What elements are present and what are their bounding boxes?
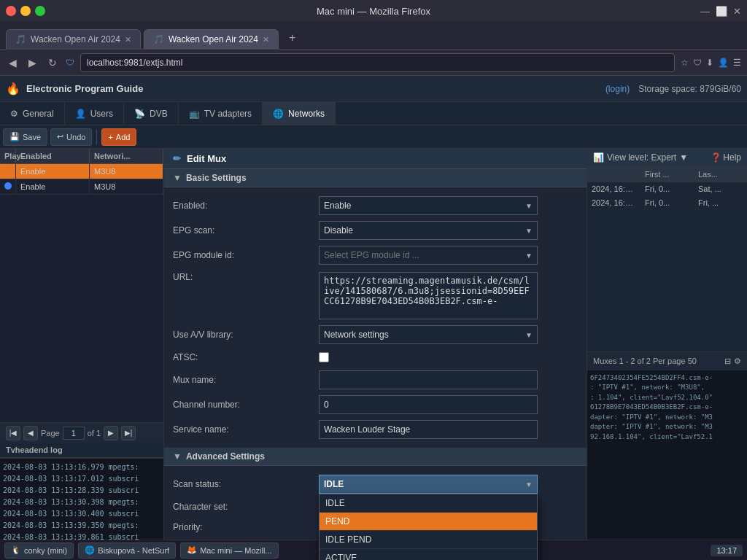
mux-row-2[interactable]: Enable M3U8	[0, 179, 163, 195]
mux-row-1[interactable]: Enable M3U8	[0, 164, 163, 179]
bookmark-icon[interactable]: ☆	[681, 58, 689, 68]
users-icon: 👤	[75, 109, 86, 119]
channel-number-control	[319, 395, 578, 414]
netsurf-label: Biskupová - NetSurf	[98, 546, 169, 555]
tv-icon: 📺	[189, 109, 200, 119]
service-name-row: Service name:	[164, 417, 587, 442]
forward-button[interactable]: ▶	[26, 55, 39, 70]
edit-icon: ✏	[173, 153, 181, 164]
nav-tab-networks[interactable]: 🌐 Networks	[263, 102, 336, 125]
av-library-row: Use A/V library: Network settings ▼	[164, 322, 587, 347]
netsurf-icon: 🌐	[85, 545, 95, 555]
title-bar: Mac mini — Mozilla Firefox — ⬜ ✕	[0, 0, 747, 22]
menu-icon[interactable]: ☰	[733, 58, 741, 68]
enabled-value: Enable	[324, 201, 351, 211]
dropdown-item-pend[interactable]: PEND	[320, 513, 537, 531]
dropdown-item-idle-pend[interactable]: IDLE PEND	[320, 531, 537, 549]
right-panel: 📊 View level: Expert ▼ ❓ Help First ... …	[587, 149, 747, 560]
taskbar-item-conky[interactable]: 🐧 conky (mini)	[4, 542, 74, 559]
nav-tab-tv-label: TV adapters	[204, 109, 252, 119]
download-icon[interactable]: ⬇	[706, 58, 713, 68]
tab-2-close[interactable]: ✕	[263, 35, 269, 44]
mux-name-input[interactable]	[319, 370, 538, 389]
dropdown-item-active[interactable]: ACTIVE	[320, 549, 537, 560]
enabled-arrow: ▼	[525, 202, 533, 210]
nav-tab-general[interactable]: ⚙ General	[0, 102, 65, 125]
event-2-first: Fri, 0...	[640, 196, 694, 209]
login-link[interactable]: (login)	[605, 84, 630, 94]
scan-status-select[interactable]: IDLE ▼	[319, 475, 538, 494]
address-bar: ◀ ▶ ↻ 🛡 ☆ 🛡 ⬇ 👤 ☰	[0, 50, 747, 76]
app-logo: 🔥	[6, 82, 20, 96]
enabled-select[interactable]: Enable ▼	[319, 196, 538, 215]
right-log-2: : "IPTV #1", network: "M3U8",	[590, 383, 744, 393]
event-row-2[interactable]: 2024, 16:28:29 Fri, 0... Fri, ...	[587, 196, 747, 210]
scan-status-arrow: ▼	[525, 481, 533, 489]
settings-icon[interactable]: ⚙	[734, 357, 741, 366]
first-page-button[interactable]: |◀	[6, 426, 20, 440]
advanced-settings-header[interactable]: ▼ Advanced Settings	[164, 448, 587, 466]
restore-icon[interactable]: ⬜	[716, 6, 727, 17]
av-library-select[interactable]: Network settings ▼	[319, 325, 538, 344]
basic-settings-header[interactable]: ▼ Basic Settings	[164, 169, 587, 187]
maximize-button[interactable]	[35, 6, 45, 16]
undo-button[interactable]: ↩ Undo	[50, 128, 92, 146]
minimize-button[interactable]	[20, 6, 31, 16]
dropdown-item-idle[interactable]: IDLE	[320, 494, 537, 513]
service-name-label: Service name:	[173, 424, 319, 435]
right-log-7: 92.168.1.104", client="Lavf52.1	[590, 432, 744, 443]
close-icon[interactable]: ✕	[733, 6, 741, 17]
mux-name-label: Mux name:	[173, 375, 319, 385]
col-first[interactable]: First ...	[640, 167, 694, 182]
taskbar-item-firefox[interactable]: 🦊 Mac mini — Mozill...	[180, 542, 278, 559]
url-input[interactable]: https://streaming.magentamusik.de/csm/li…	[319, 272, 538, 319]
collapse-all-icon[interactable]: ⊟	[724, 357, 731, 366]
nav-tab-dvb[interactable]: 📡 DVB	[124, 102, 179, 125]
epg-module-select[interactable]: Select EPG module id ... ▼	[319, 246, 538, 265]
scan-status-label: Scan status:	[173, 479, 319, 489]
last-page-button[interactable]: ▶|	[121, 426, 136, 440]
col-date[interactable]	[587, 167, 640, 182]
col-last[interactable]: Las...	[694, 167, 747, 182]
epg-scan-arrow: ▼	[525, 227, 533, 235]
event-2-last: Fri, ...	[694, 196, 747, 209]
reload-button[interactable]: ↻	[45, 55, 60, 70]
nav-tab-general-label: General	[23, 109, 54, 119]
window-title: Mac mini — Mozilla Firefox	[317, 6, 430, 17]
gear-icon: ⚙	[10, 109, 18, 119]
add-button[interactable]: + Add	[101, 128, 136, 146]
shield2-icon[interactable]: 🛡	[693, 58, 702, 68]
close-button[interactable]	[6, 6, 16, 16]
epg-scan-control: Disable ▼	[319, 221, 578, 240]
atsc-checkbox[interactable]	[319, 352, 329, 362]
url-input[interactable]	[80, 53, 675, 72]
channel-number-input[interactable]	[319, 395, 538, 414]
view-level-selector[interactable]: 📊 View level: Expert ▼	[593, 152, 688, 163]
edit-header: ✏ Edit Mux	[164, 149, 587, 169]
epg-scan-select[interactable]: Disable ▼	[319, 221, 538, 240]
new-tab-button[interactable]: +	[282, 27, 303, 49]
next-page-button[interactable]: ▶	[104, 426, 118, 440]
taskbar-item-netsurf[interactable]: 🌐 Biskupová - NetSurf	[78, 542, 176, 559]
add-icon: +	[108, 133, 112, 141]
tab-1-close[interactable]: ✕	[125, 35, 131, 44]
scan-status-row: Scan status: IDLE ▼ IDLE PEND IDLE PEND …	[164, 472, 587, 497]
minimize-icon[interactable]: —	[700, 6, 710, 17]
page-input[interactable]	[63, 427, 85, 440]
help-button[interactable]: ❓ Help	[711, 152, 741, 163]
profile-icon[interactable]: 👤	[718, 58, 729, 68]
nav-tab-users[interactable]: 👤 Users	[65, 102, 124, 125]
right-log-1: 6F2473402354FE5254BD2FF4.csm-e-	[590, 373, 744, 384]
conky-icon: 🐧	[11, 545, 21, 555]
service-name-input[interactable]	[319, 420, 538, 439]
toolbar-separator	[96, 130, 97, 144]
nav-tab-tv-adapters[interactable]: 📺 TV adapters	[179, 102, 263, 125]
tab-1[interactable]: 🎵 Wacken Open Air 2024 ✕	[6, 29, 141, 49]
event-row-1[interactable]: 2024, 16:27:58 Fri, 0... Sat, ...	[587, 182, 747, 196]
back-button[interactable]: ◀	[6, 55, 20, 70]
tab-2[interactable]: 🎵 Wacken Open Air 2024 ✕	[144, 29, 279, 49]
save-button[interactable]: 💾 Save	[3, 128, 47, 146]
firefox-icon: 🦊	[187, 545, 197, 555]
prev-page-button[interactable]: ◀	[23, 426, 38, 440]
view-level-label: View level: Expert	[607, 152, 676, 163]
